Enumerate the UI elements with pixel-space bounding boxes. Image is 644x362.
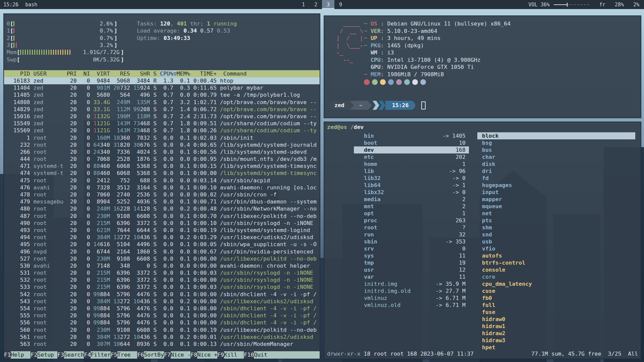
- file-item[interactable]: fb0: [477, 295, 635, 302]
- function-key-f10[interactable]: F10Quit: [244, 351, 320, 359]
- file-item[interactable]: lib32-> 0: [354, 175, 469, 182]
- volume-slider-knob[interactable]: [567, 3, 568, 7]
- process-row[interactable]: 11404 zed 20 0 901M 20732 15924 S 0.7 0.…: [4, 84, 320, 91]
- function-key-f9[interactable]: F9Kill: [217, 351, 244, 359]
- file-item[interactable]: root?: [354, 224, 469, 231]
- file-item[interactable]: autofs: [477, 252, 635, 259]
- file-item[interactable]: btrfs-control: [477, 259, 635, 266]
- process-row[interactable]: 480 root 20 0 248M 16228 14128 S 0.0 0.2…: [4, 205, 320, 212]
- file-item[interactable]: core: [477, 273, 635, 280]
- file-item[interactable]: vmlinuz-> 6.71 M: [354, 295, 469, 302]
- file-item[interactable]: boot10: [354, 139, 469, 146]
- function-key-f8[interactable]: F8Nice +: [191, 351, 217, 359]
- file-item[interactable]: dev168: [354, 146, 469, 153]
- file-item[interactable]: hidraw1: [477, 323, 635, 330]
- ranger-window[interactable]: zed@os /dev bin-> 1405boot10dev168etc202…: [324, 122, 641, 359]
- file-item[interactable]: hidraw2: [477, 330, 635, 337]
- workspace-button[interactable]: 1: [297, 0, 310, 9]
- file-item[interactable]: initrd.img.old-> 27.7 M: [354, 287, 469, 295]
- process-row[interactable]: 542 root 20 0 99884 5796 4476 S 0.0 0.1 …: [4, 291, 320, 298]
- process-row[interactable]: 479 messagebu 20 0 8904 5252 4036 S 0.0 …: [4, 198, 320, 205]
- file-item[interactable]: hidraw0: [477, 316, 635, 323]
- file-item[interactable]: usb: [477, 238, 635, 245]
- process-row[interactable]: 487 root 20 0 230M 9108 6608 S 0.0 0.1 0…: [4, 213, 320, 220]
- file-item[interactable]: hugepages: [477, 182, 635, 189]
- function-key-f4[interactable]: F4Filter: [84, 351, 110, 359]
- process-row[interactable]: 14808 zed 20 0 33.4G 249M 135M S 0.7 3.2…: [4, 99, 320, 106]
- file-item[interactable]: vmlinuz.old-> 6.71 M: [354, 302, 469, 309]
- function-key-f2[interactable]: F2Setup: [31, 351, 57, 359]
- process-row[interactable]: 15549 zed 20 0 1121G 143M 73468 S 0.7 1.…: [4, 120, 320, 127]
- sort-column-cpu[interactable]: CPU%▽: [160, 71, 177, 77]
- file-item[interactable]: opt1: [354, 210, 469, 217]
- file-item[interactable]: block: [477, 132, 635, 139]
- file-item[interactable]: tmp19: [354, 259, 469, 266]
- file-item[interactable]: bus: [477, 146, 635, 153]
- file-item[interactable]: var11: [354, 273, 469, 280]
- process-row[interactable]: 543 root 20 0 384M 13272 10436 S 0.0 0.2…: [4, 298, 320, 305]
- file-item[interactable]: bsg: [477, 139, 635, 146]
- file-item[interactable]: lib-> 96: [354, 168, 469, 175]
- process-row[interactable]: 15569 zed 20 0 1121G 143M 73468 S 0.7 1.…: [4, 127, 320, 134]
- file-item[interactable]: disk: [477, 161, 635, 168]
- process-row[interactable]: 471 systemd-t 20 0 88460 6068 5368 S 0.0…: [4, 163, 320, 170]
- terminal-cursor[interactable]: [421, 101, 426, 109]
- process-row[interactable]: 476 avahi 20 0 7328 3512 3164 S 0.0 0.1 …: [4, 184, 320, 191]
- workspace-button[interactable]: 9: [334, 0, 347, 9]
- file-item[interactable]: bin-> 1405: [354, 132, 469, 139]
- process-row[interactable]: 14829 zed 20 0 33.1G 112M 99208 S 0.7 1.…: [4, 106, 320, 113]
- function-key-f5[interactable]: F5Tree: [111, 351, 137, 359]
- file-item[interactable]: char: [477, 153, 635, 161]
- process-row[interactable]: 530 avahi 20 0 7148 348 0 S 0.0 0.0 0:00…: [4, 262, 320, 269]
- function-key-f1[interactable]: F1Help: [4, 351, 31, 359]
- file-item[interactable]: net: [477, 210, 635, 217]
- process-row[interactable]: 496 nvpd 20 0 6744 2164 1860 S 0.0 0.0 0…: [4, 248, 320, 255]
- file-item[interactable]: etc202: [354, 153, 469, 161]
- file-item[interactable]: lib64-> 1: [354, 182, 469, 189]
- file-item[interactable]: vfio: [477, 245, 635, 252]
- process-row[interactable]: 531 root 20 0 215M 6396 3372 S 0.0 0.1 0…: [4, 269, 320, 276]
- workspace-button[interactable]: 2: [310, 0, 322, 9]
- file-item[interactable]: sbin-> 353: [354, 238, 469, 245]
- file-item[interactable]: media2: [354, 196, 469, 203]
- process-row[interactable]: 555 root 20 0 99884 5796 4476 S 0.0 0.1 …: [4, 312, 320, 319]
- file-item[interactable]: sys11: [354, 252, 469, 259]
- file-item[interactable]: initrd.img-> 35.9 M: [354, 280, 469, 287]
- volume-module[interactable]: VOL 36%: [529, 2, 590, 8]
- file-item[interactable]: mqueue: [477, 203, 635, 210]
- fetch-terminal-window[interactable]: _____ / __ \ | / | | \___- -_ --_ ─ OS :…: [324, 15, 641, 118]
- file-item[interactable]: home1: [354, 161, 469, 168]
- process-row[interactable]: 560 root 20 0 230M 9108 6608 S 0.0 0.1 0…: [4, 326, 320, 333]
- process-row[interactable]: 563 root 20 0 307M 10644 8936 S 0.0 0.1 …: [4, 341, 320, 348]
- process-row[interactable]: 478 root 20 0 7060 2740 2536 S 0.0 0.0 0…: [4, 191, 320, 198]
- process-row[interactable]: 15016 zed 20 0 1132G 190M 118M S 0.7 2.4…: [4, 113, 320, 120]
- process-row[interactable]: 266 root 20 0 24340 7336 4024 S 0.0 0.1 …: [4, 148, 320, 155]
- file-item[interactable]: mnt2: [354, 203, 469, 210]
- process-row[interactable]: 474 systemd-t 20 0 88460 6068 5368 S 0.0…: [4, 170, 320, 177]
- file-item[interactable]: usr12: [354, 266, 469, 273]
- process-row[interactable]: 232 root 20 0 64340 31820 30676 S 0.0 0.…: [4, 141, 320, 148]
- file-item[interactable]: hpet: [477, 344, 635, 351]
- file-item[interactable]: console: [477, 266, 635, 273]
- process-row[interactable]: 561 root 20 0 384M 13272 10436 S 0.0 0.2…: [4, 333, 320, 341]
- file-item[interactable]: cuse: [477, 287, 635, 295]
- volume-slider[interactable]: [554, 4, 590, 5]
- file-item[interactable]: full: [477, 302, 635, 309]
- process-row[interactable]: 494 root 20 0 384M 13272 10436 S 0.0 0.2…: [4, 234, 320, 241]
- process-row[interactable]: 493 root 20 0 621M 7644 6644 S 0.0 0.1 0…: [4, 227, 320, 234]
- process-row[interactable]: 16183 zed 20 0 9484 5068 3484 R 1.3 0.1 …: [4, 77, 320, 84]
- process-row[interactable]: 532 root 20 0 215M 6396 3372 S 0.0 0.1 0…: [4, 276, 320, 283]
- file-item[interactable]: srv0: [354, 245, 469, 252]
- process-row[interactable]: 1 root 20 0 160M 10360 7832 S 0.0 0.1 0:…: [4, 134, 320, 141]
- htop-window[interactable]: 0[2.6%] 1[0.7%] 2[0.7%] 3[3.2%]Mem[1.91G…: [3, 13, 320, 359]
- file-item[interactable]: mapper: [477, 196, 635, 203]
- file-item[interactable]: fuse: [477, 309, 635, 316]
- function-key-f7[interactable]: F7Nice -: [164, 351, 191, 359]
- file-item[interactable]: run32: [354, 231, 469, 238]
- file-item[interactable]: cpu_dma_latency: [477, 280, 635, 287]
- function-key-f3[interactable]: F3Search: [57, 351, 84, 359]
- process-row[interactable]: 444 root 20 0 7068 2528 1876 S 0.0 0.0 0…: [4, 155, 320, 163]
- file-item[interactable]: snd: [477, 231, 635, 238]
- function-key-f6[interactable]: F6SortBy: [137, 351, 164, 359]
- file-item[interactable]: fd: [477, 175, 635, 182]
